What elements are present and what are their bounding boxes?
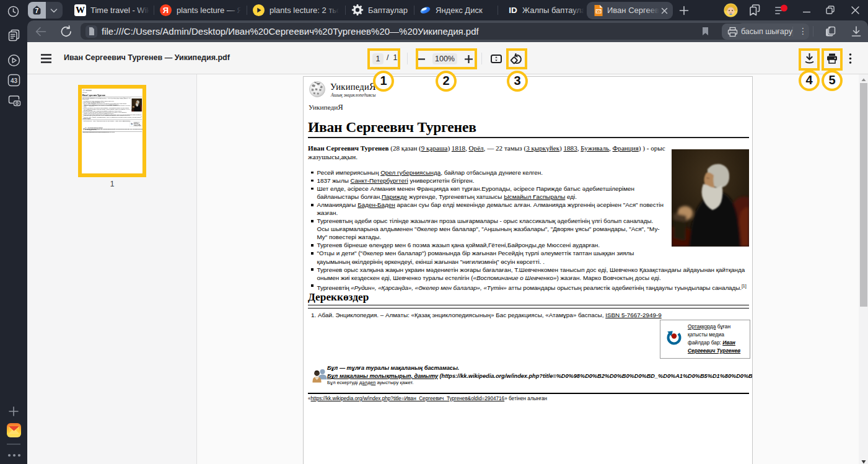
svg-text:43: 43 <box>11 77 18 84</box>
svg-text:7: 7 <box>35 7 39 14</box>
